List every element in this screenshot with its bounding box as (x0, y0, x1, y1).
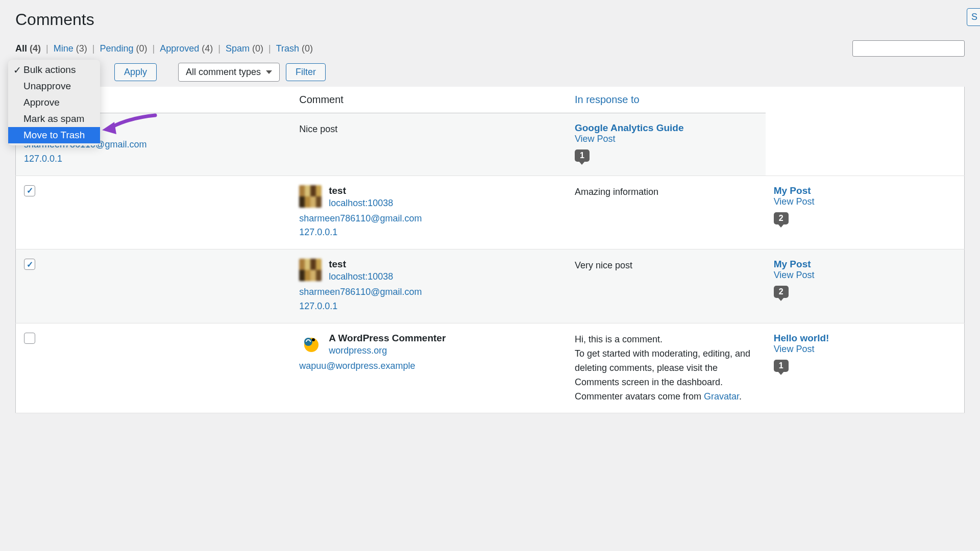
table-row: test localhost:10038 sharmeen786110@gmai… (16, 249, 965, 323)
annotation-arrow-icon (99, 113, 160, 138)
view-post-link[interactable]: View Post (774, 270, 956, 281)
avatar (299, 259, 322, 281)
author-site-link[interactable]: localhost:10038 (329, 196, 393, 211)
table-row: test localhost:10038 sharmeen786110@gmai… (16, 176, 965, 249)
response-post-link[interactable]: Google Analytics Guide (575, 122, 757, 134)
author-email-link[interactable]: sharmeen786110@gmail.com (299, 212, 558, 226)
author-ip-link[interactable]: 127.0.0.1 (299, 226, 558, 240)
author-ip-link[interactable]: 127.0.0.1 (299, 299, 558, 314)
search-input[interactable] (852, 40, 965, 57)
chevron-down-icon (266, 70, 272, 74)
author-site-link[interactable]: localhost:10038 (329, 270, 393, 284)
comment-body: Hi, this is a comment. To get started wi… (567, 323, 766, 413)
comment-body: Very nice post (567, 249, 766, 323)
filter-spam[interactable]: Spam (0) (226, 43, 263, 54)
view-post-link[interactable]: View Post (774, 196, 956, 207)
response-post-link[interactable]: My Post (774, 185, 956, 196)
row-checkbox[interactable] (24, 259, 35, 270)
filter-button[interactable]: Filter (286, 63, 326, 81)
page-title: Comments (15, 10, 965, 29)
filter-mine[interactable]: Mine (3) (54, 43, 87, 54)
view-post-link[interactable]: View Post (575, 134, 757, 144)
comment-type-select[interactable]: All comment types (178, 63, 280, 82)
filter-pending[interactable]: Pending (0) (100, 43, 147, 54)
bulk-option-bulk-actions[interactable]: Bulk actions (8, 62, 100, 78)
author-ip-link[interactable]: 127.0.0.1 (24, 152, 283, 166)
author-name: A WordPress Commenter (329, 333, 446, 344)
response-post-link[interactable]: Hello world! (774, 333, 956, 344)
comment-count-badge[interactable]: 1 (575, 149, 590, 162)
col-comment: Comment (291, 87, 567, 113)
bulk-option-approve[interactable]: Approve (8, 94, 100, 111)
apply-button[interactable]: Apply (114, 63, 157, 81)
author-email-link[interactable]: sharmeen786110@gmail.com (299, 285, 558, 299)
svg-point-3 (312, 338, 315, 341)
status-filter-links: All (4) | Mine (3) | Pending (0) | Appro… (15, 43, 313, 54)
avatar (299, 333, 322, 355)
author-email-link[interactable]: wapuu@wordpress.example (299, 359, 558, 373)
bulk-option-move-to-trash[interactable]: Move to Trash (8, 127, 100, 143)
response-post-link[interactable]: My Post (774, 259, 956, 270)
gravatar-link[interactable]: Gravatar (704, 391, 739, 402)
author-name: test (329, 259, 393, 270)
bulk-option-mark-spam[interactable]: Mark as spam (8, 111, 100, 127)
search-comments-button[interactable]: S (967, 8, 980, 26)
col-in-response-to[interactable]: In response to (567, 87, 766, 113)
row-checkbox[interactable] (24, 333, 35, 344)
avatar (299, 185, 322, 208)
author-name: test (329, 185, 393, 196)
filter-trash[interactable]: Trash (0) (276, 43, 313, 54)
filter-approved[interactable]: Approved (4) (160, 43, 213, 54)
bulk-actions-dropdown[interactable]: Bulk actions Unapprove Approve Mark as s… (8, 60, 100, 145)
row-checkbox[interactable] (24, 185, 35, 196)
comment-count-badge[interactable]: 2 (774, 286, 789, 298)
author-site-link[interactable]: wordpress.org (329, 344, 446, 358)
comment-type-select-label: All comment types (186, 67, 261, 78)
filter-all[interactable]: All (4) (15, 43, 41, 54)
bulk-option-unapprove[interactable]: Unapprove (8, 78, 100, 94)
table-row: A WordPress Commenter wordpress.org wapu… (16, 323, 965, 413)
svg-point-2 (304, 338, 312, 346)
view-post-link[interactable]: View Post (774, 344, 956, 355)
comment-count-badge[interactable]: 2 (774, 212, 789, 224)
comment-body: Nice post (291, 113, 567, 176)
comment-count-badge[interactable]: 1 (774, 360, 789, 372)
comment-body: Amazing information (567, 176, 766, 249)
